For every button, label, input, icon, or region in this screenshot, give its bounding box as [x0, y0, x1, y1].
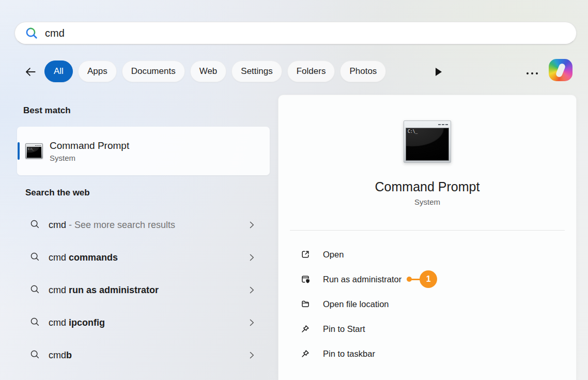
pin-icon — [300, 348, 311, 359]
tab-settings[interactable]: Settings — [231, 60, 282, 82]
web-suggestion-item[interactable]: cmd commands — [17, 246, 270, 269]
search-icon — [30, 284, 40, 296]
detail-subtitle: System — [278, 197, 576, 206]
best-match-title: Command Prompt — [50, 140, 129, 151]
detail-panel: C:\_ Command Prompt System Open — [278, 95, 577, 380]
web-suggestions-list: cmd - See more search results cmd comman… — [17, 214, 270, 367]
action-label: Open — [323, 250, 344, 260]
action-label: Open file location — [323, 299, 389, 309]
chevron-right-icon — [250, 319, 254, 326]
annotation-badge: 1 — [420, 270, 437, 288]
pin-to-start-button[interactable]: Pin to Start — [300, 316, 576, 341]
pin-icon — [300, 324, 311, 334]
search-web-heading: Search the web — [25, 188, 270, 198]
open-button[interactable]: Open — [300, 242, 576, 267]
pin-to-taskbar-button[interactable]: Pin to taskbar — [300, 341, 576, 366]
run-as-admin-shield-icon — [300, 274, 311, 284]
command-prompt-icon-large: C:\_ — [404, 120, 451, 163]
best-match-result[interactable]: C:\_ Command Prompt System — [17, 127, 270, 175]
suggestion-text: cmd commands — [49, 252, 118, 263]
tab-photos[interactable]: Photos — [340, 60, 386, 82]
command-prompt-icon: C:\_ — [25, 143, 43, 159]
suggestion-text: cmdb — [49, 350, 72, 361]
more-options-icon[interactable] — [524, 70, 540, 77]
web-suggestion-item[interactable]: cmd run as administrator — [17, 279, 270, 301]
tab-web[interactable]: Web — [190, 60, 227, 82]
chevron-right-icon — [250, 352, 254, 359]
suggestion-text: cmd run as administrator — [49, 285, 159, 296]
search-input[interactable] — [45, 27, 510, 39]
suggestion-text: cmd - See more search results — [49, 220, 175, 231]
web-suggestion-item[interactable]: cmd ipconfig — [17, 311, 270, 334]
search-filter-tabs: All Apps Documents Web Settings Folders … — [44, 60, 386, 82]
tab-apps[interactable]: Apps — [78, 60, 117, 82]
chevron-right-icon — [250, 221, 254, 229]
search-bar[interactable] — [14, 22, 577, 44]
copilot-icon[interactable] — [549, 59, 572, 81]
chevron-right-icon — [250, 286, 254, 294]
suggestion-text: cmd ipconfig — [49, 317, 105, 328]
best-match-subtitle: System — [50, 154, 129, 162]
search-icon — [30, 349, 40, 361]
divider — [290, 230, 565, 231]
search-icon — [30, 252, 40, 264]
search-icon — [30, 317, 40, 329]
search-icon — [25, 26, 38, 40]
run-as-administrator-button[interactable]: Run as administrator 1 — [300, 267, 576, 292]
tab-all[interactable]: All — [44, 60, 73, 82]
best-match-text: Command Prompt System — [50, 140, 129, 162]
open-icon — [300, 249, 311, 260]
open-file-location-button[interactable]: Open file location — [300, 292, 576, 316]
action-list: Open Run as administrator 1 — [278, 242, 576, 366]
back-arrow-icon[interactable] — [24, 65, 37, 79]
selection-accent-bar — [18, 142, 20, 160]
tab-documents[interactable]: Documents — [122, 60, 185, 82]
tab-folders[interactable]: Folders — [287, 60, 335, 82]
folder-icon — [300, 299, 311, 309]
annotation-connector — [411, 279, 420, 280]
search-results-column: Best match C:\_ Command Prompt System Se… — [17, 105, 270, 376]
detail-title: Command Prompt — [278, 179, 576, 194]
chevron-right-icon — [250, 254, 254, 261]
action-label: Pin to taskbar — [323, 349, 375, 359]
action-label: Run as administrator — [323, 275, 401, 284]
best-match-heading: Best match — [23, 105, 270, 116]
search-icon — [30, 219, 40, 231]
more-filters-icon[interactable] — [436, 68, 442, 76]
annotation-marker-1: 1 — [407, 270, 437, 288]
web-suggestion-item[interactable]: cmd - See more search results — [17, 214, 270, 236]
action-label: Pin to Start — [323, 324, 365, 334]
web-suggestion-item[interactable]: cmdb — [17, 344, 270, 367]
